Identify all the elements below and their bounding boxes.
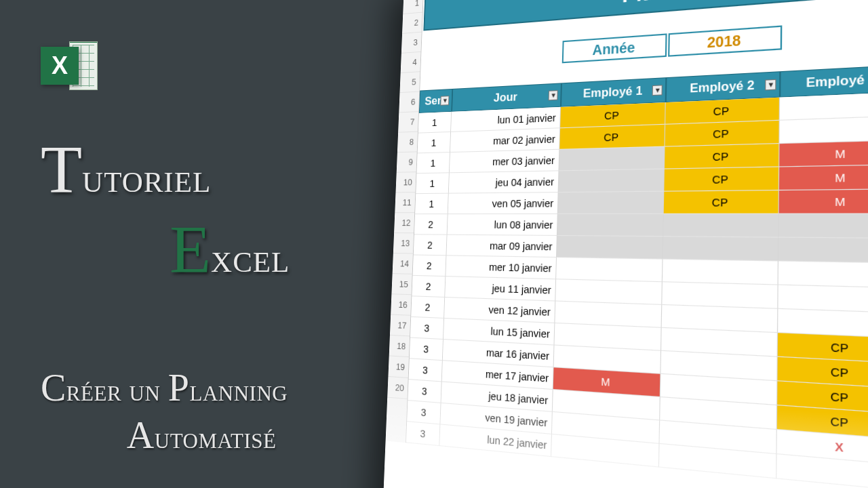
- cell[interactable]: mar 09 janvier: [446, 235, 557, 258]
- cell[interactable]: CP: [665, 144, 780, 169]
- row-number[interactable]: 19: [388, 356, 409, 378]
- cell[interactable]: CP: [664, 190, 779, 214]
- row-number[interactable]: 5: [399, 72, 420, 93]
- cell[interactable]: [557, 214, 664, 237]
- cell[interactable]: [559, 147, 665, 171]
- cell[interactable]: 2: [413, 256, 447, 277]
- cell[interactable]: M: [779, 140, 868, 167]
- cell[interactable]: jeu 04 janvier: [449, 171, 559, 193]
- filter-dropdown-icon[interactable]: ▾: [440, 96, 449, 106]
- cell[interactable]: [559, 169, 665, 193]
- row-number[interactable]: 2: [402, 13, 422, 34]
- cell[interactable]: mer 10 janvier: [446, 256, 557, 279]
- cell[interactable]: 1: [416, 173, 450, 194]
- cell[interactable]: 2: [414, 214, 448, 235]
- row-number[interactable]: 9: [397, 152, 417, 172]
- row-number[interactable]: 10: [395, 172, 416, 192]
- title-word1-initial: T: [41, 131, 82, 207]
- excel-icon-letter: X: [52, 52, 68, 80]
- cell[interactable]: [663, 260, 778, 285]
- title-panel: X Tutoriel Excel Créer un Planning Autom…: [0, 0, 434, 488]
- cell[interactable]: 3: [408, 380, 441, 403]
- main-title: Tutoriel Excel: [41, 136, 290, 283]
- cell[interactable]: CP: [664, 167, 779, 192]
- row-number[interactable]: 13: [393, 233, 414, 253]
- row-number[interactable]: 12: [394, 213, 414, 233]
- cell[interactable]: [663, 237, 779, 261]
- cell[interactable]: 1: [416, 152, 450, 174]
- cell[interactable]: 3: [410, 317, 444, 340]
- row-number[interactable]: 11: [395, 192, 415, 213]
- row-number[interactable]: 6: [399, 92, 419, 113]
- row-number[interactable]: 4: [401, 52, 421, 73]
- cell[interactable]: [555, 279, 663, 305]
- cell[interactable]: 1: [418, 112, 452, 134]
- row-number[interactable]: 14: [393, 253, 413, 274]
- cell[interactable]: 3: [410, 338, 443, 361]
- row-number[interactable]: 15: [391, 274, 412, 295]
- cell[interactable]: 1: [418, 132, 451, 153]
- cell[interactable]: [778, 262, 868, 289]
- title-word2-initial: E: [170, 211, 211, 287]
- cell[interactable]: 2: [414, 235, 448, 256]
- row-number[interactable]: 7: [398, 112, 418, 133]
- excel-icon: X: [41, 37, 98, 94]
- cell[interactable]: mer 03 janvier: [450, 150, 559, 174]
- row-number[interactable]: 8: [397, 132, 418, 152]
- row-number[interactable]: 20: [387, 377, 408, 399]
- filter-dropdown-icon[interactable]: ▾: [652, 85, 663, 96]
- cell[interactable]: [557, 236, 663, 260]
- cell[interactable]: 3: [409, 359, 443, 382]
- cell[interactable]: 2: [411, 296, 445, 319]
- cell[interactable]: ven 05 janvier: [448, 192, 559, 214]
- filter-dropdown-icon[interactable]: ▾: [765, 79, 776, 91]
- cell[interactable]: 3: [406, 422, 440, 446]
- title-word2-rest: xcel: [211, 235, 290, 281]
- cell[interactable]: [778, 214, 868, 239]
- cell[interactable]: 1: [415, 194, 449, 214]
- table-header-sem[interactable]: Sem▾: [419, 89, 452, 113]
- cell[interactable]: mar 02 janvier: [450, 128, 560, 152]
- cell[interactable]: M: [779, 189, 868, 214]
- table-header-emp1[interactable]: Employé 1▾: [561, 77, 666, 107]
- cell[interactable]: [663, 214, 778, 238]
- cell[interactable]: 2: [412, 276, 446, 298]
- row-number[interactable]: 16: [391, 294, 411, 316]
- spreadsheet-preview: A B C D E 123456789101112131415161718192…: [393, 0, 868, 488]
- cell[interactable]: 3: [407, 401, 441, 424]
- row-number[interactable]: 17: [390, 315, 410, 337]
- table-header-jour[interactable]: Jour▾: [452, 83, 561, 111]
- cell[interactable]: [778, 238, 868, 264]
- cell[interactable]: M: [779, 165, 868, 190]
- cell[interactable]: [780, 116, 868, 144]
- table-header-emp2[interactable]: Employé 2▾: [666, 71, 781, 102]
- cell[interactable]: lun 08 janvier: [447, 214, 557, 236]
- cell[interactable]: [556, 258, 663, 282]
- cell[interactable]: CP: [665, 121, 780, 147]
- row-number[interactable]: 3: [401, 33, 422, 54]
- filter-dropdown-icon[interactable]: ▾: [549, 90, 558, 100]
- cell[interactable]: [558, 192, 665, 214]
- cell[interactable]: CP: [559, 125, 665, 150]
- row-number[interactable]: 18: [389, 336, 410, 357]
- subtitle: Créer un Planning Automatisé: [41, 366, 288, 457]
- title-word1-rest: utoriel: [82, 155, 211, 201]
